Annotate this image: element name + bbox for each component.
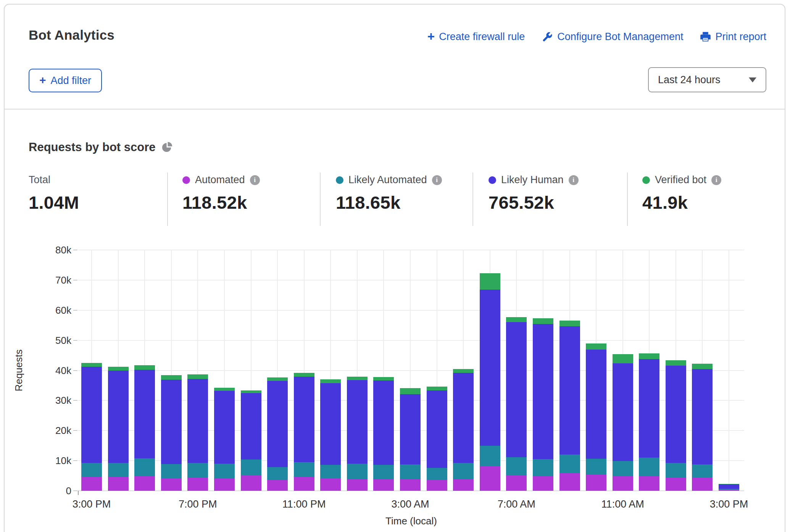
bar-segment-likely-automated[interactable] xyxy=(241,459,261,475)
bar-segment-likely-automated[interactable] xyxy=(214,464,235,479)
bar-segment-likely-human[interactable] xyxy=(347,380,368,464)
bar-segment-verified-bot[interactable] xyxy=(427,387,447,390)
bar-segment-verified-bot[interactable] xyxy=(108,367,129,371)
bar-segment-automated[interactable] xyxy=(373,479,394,491)
bar-segment-verified-bot[interactable] xyxy=(214,388,235,391)
info-icon[interactable]: i xyxy=(711,175,721,185)
add-filter-button[interactable]: + Add filter xyxy=(29,69,102,92)
bar-segment-likely-automated[interactable] xyxy=(161,464,182,478)
bar-segment-likely-human[interactable] xyxy=(639,359,659,458)
bar-segment-likely-automated[interactable] xyxy=(294,462,314,477)
bar-segment-verified-bot[interactable] xyxy=(559,321,580,326)
bar-segment-automated[interactable] xyxy=(453,479,474,491)
bar-segment-verified-bot[interactable] xyxy=(453,369,474,373)
bar-segment-likely-automated[interactable] xyxy=(134,458,155,476)
bar-segment-automated[interactable] xyxy=(639,476,659,491)
bar-segment-likely-human[interactable] xyxy=(427,390,447,468)
bar-segment-likely-human[interactable] xyxy=(453,373,474,463)
create-firewall-rule-link[interactable]: + Create firewall rule xyxy=(427,31,525,43)
bar-segment-automated[interactable] xyxy=(613,476,633,491)
bar-segment-verified-bot[interactable] xyxy=(586,343,606,350)
bar-segment-verified-bot[interactable] xyxy=(134,365,155,370)
bar-segment-automated[interactable] xyxy=(161,478,182,491)
bar-segment-likely-human[interactable] xyxy=(613,363,633,461)
bar-segment-likely-automated[interactable] xyxy=(506,457,527,475)
bar-segment-likely-automated[interactable] xyxy=(187,463,208,477)
bar-segment-likely-automated[interactable] xyxy=(267,467,288,480)
bar-segment-verified-bot[interactable] xyxy=(187,374,208,379)
bar-segment-likely-human[interactable] xyxy=(214,391,235,464)
bar-segment-automated[interactable] xyxy=(559,473,580,491)
bar-segment-verified-bot[interactable] xyxy=(719,484,739,484)
bar-segment-automated[interactable] xyxy=(320,478,341,491)
bar-segment-verified-bot[interactable] xyxy=(666,360,686,365)
bar-segment-likely-human[interactable] xyxy=(586,350,606,459)
bar-segment-likely-automated[interactable] xyxy=(533,459,553,476)
bar-segment-automated[interactable] xyxy=(427,480,447,491)
bar-segment-verified-bot[interactable] xyxy=(294,373,314,377)
bar-segment-verified-bot[interactable] xyxy=(81,363,102,367)
bar-segment-likely-automated[interactable] xyxy=(559,455,580,472)
bar-segment-automated[interactable] xyxy=(187,477,208,491)
bar-segment-likely-human[interactable] xyxy=(533,324,553,459)
bar-segment-likely-human[interactable] xyxy=(373,380,394,465)
bar-segment-likely-automated[interactable] xyxy=(108,463,129,477)
bar-segment-likely-automated[interactable] xyxy=(586,459,606,474)
bar-segment-likely-automated[interactable] xyxy=(666,463,686,477)
info-icon[interactable]: i xyxy=(250,175,260,185)
bar-segment-automated[interactable] xyxy=(214,479,235,491)
info-icon[interactable]: i xyxy=(569,175,579,185)
bar-segment-likely-automated[interactable] xyxy=(613,461,633,476)
bar-segment-likely-automated[interactable] xyxy=(373,465,394,479)
bar-segment-automated[interactable] xyxy=(294,477,314,491)
bar-segment-likely-automated[interactable] xyxy=(719,489,739,490)
bar-segment-verified-bot[interactable] xyxy=(533,318,553,324)
info-icon[interactable]: i xyxy=(432,175,442,185)
bar-segment-automated[interactable] xyxy=(267,480,288,491)
bar-segment-automated[interactable] xyxy=(134,476,155,491)
bar-segment-likely-human[interactable] xyxy=(320,383,341,465)
bar-segment-verified-bot[interactable] xyxy=(613,354,633,363)
bar-segment-automated[interactable] xyxy=(692,477,713,491)
bar-segment-verified-bot[interactable] xyxy=(506,317,527,322)
bar-segment-verified-bot[interactable] xyxy=(373,377,394,380)
bar-segment-verified-bot[interactable] xyxy=(161,375,182,380)
bar-segment-likely-human[interactable] xyxy=(692,369,713,465)
bar-segment-likely-human[interactable] xyxy=(81,367,102,463)
bar-segment-likely-human[interactable] xyxy=(400,394,421,464)
bar-segment-likely-human[interactable] xyxy=(108,371,129,463)
bar-segment-automated[interactable] xyxy=(719,490,739,491)
bar-segment-verified-bot[interactable] xyxy=(241,390,261,393)
pie-chart-icon[interactable] xyxy=(161,141,173,154)
bar-segment-verified-bot[interactable] xyxy=(692,364,713,369)
bar-segment-automated[interactable] xyxy=(241,475,261,491)
bar-segment-likely-automated[interactable] xyxy=(347,464,368,479)
bar-segment-likely-human[interactable] xyxy=(719,484,739,489)
bar-segment-likely-human[interactable] xyxy=(161,380,182,464)
bar-segment-likely-human[interactable] xyxy=(241,393,261,459)
bar-segment-verified-bot[interactable] xyxy=(400,388,421,394)
bar-segment-likely-automated[interactable] xyxy=(692,464,713,477)
bar-segment-verified-bot[interactable] xyxy=(320,379,341,383)
bar-segment-likely-human[interactable] xyxy=(267,381,288,467)
bar-segment-automated[interactable] xyxy=(81,477,102,491)
bar-segment-likely-human[interactable] xyxy=(559,326,580,455)
bar-segment-automated[interactable] xyxy=(480,466,500,491)
bar-segment-verified-bot[interactable] xyxy=(267,377,288,381)
bar-segment-automated[interactable] xyxy=(666,477,686,491)
bar-segment-likely-human[interactable] xyxy=(187,379,208,463)
bar-segment-likely-automated[interactable] xyxy=(480,446,500,466)
bar-segment-likely-automated[interactable] xyxy=(320,465,341,478)
time-range-select[interactable]: Last 24 hours xyxy=(648,67,766,92)
bar-segment-likely-automated[interactable] xyxy=(453,463,474,479)
print-report-link[interactable]: Print report xyxy=(700,31,766,43)
bar-segment-likely-human[interactable] xyxy=(666,366,686,463)
bar-segment-likely-automated[interactable] xyxy=(639,458,659,476)
bar-segment-likely-automated[interactable] xyxy=(400,464,421,479)
bar-segment-automated[interactable] xyxy=(506,475,527,491)
bar-segment-automated[interactable] xyxy=(400,479,421,491)
bar-segment-likely-human[interactable] xyxy=(294,377,314,462)
bar-segment-verified-bot[interactable] xyxy=(639,353,659,359)
bar-segment-automated[interactable] xyxy=(533,476,553,491)
bar-segment-automated[interactable] xyxy=(347,479,368,491)
